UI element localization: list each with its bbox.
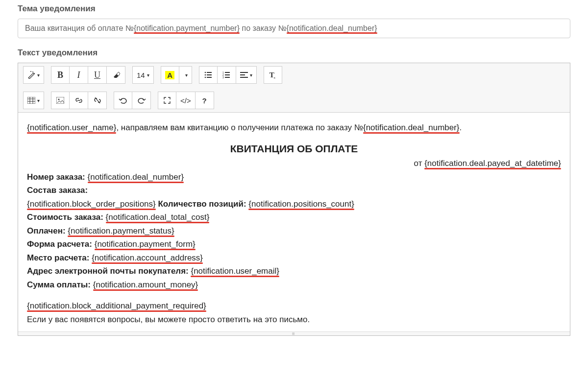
chevron-down-icon: ▾ [37, 98, 40, 103]
row-account-address: Место расчета: {notification.account_add… [27, 252, 561, 264]
redo-icon [137, 97, 146, 104]
var-amount-money: {notification.amount_money} [93, 280, 198, 289]
row-additional-payment: {notification.block_additional_payment_r… [27, 300, 561, 312]
ul-button[interactable] [199, 66, 218, 84]
resize-handle[interactable]: ≡ [18, 331, 570, 335]
table-icon [27, 97, 35, 104]
subscript-x-icon: ₓ [273, 74, 275, 80]
help-icon: ? [202, 96, 207, 105]
svg-point-0 [204, 72, 206, 73]
label-amount: Сумма оплаты: [27, 280, 91, 289]
fontsize-value: 14 [137, 71, 145, 79]
subject-input[interactable]: Ваша квитанция об оплате №{notification.… [18, 19, 570, 38]
bold-button[interactable]: B [51, 66, 70, 84]
receipt-title: КВИТАНЦИЯ ОБ ОПЛАТЕ [27, 141, 561, 157]
undo-button[interactable] [114, 92, 132, 109]
align-icon [240, 71, 248, 78]
row-order-contents: Состав заказа: [27, 184, 561, 197]
fullscreen-button[interactable] [158, 92, 176, 109]
svg-line-22 [95, 97, 100, 103]
label-payment-form: Форма расчета: [27, 239, 92, 249]
eraser-button[interactable] [107, 66, 125, 84]
label-positions-count: Количество позиций: [158, 199, 246, 209]
row-user-email: Адрес электронной почты покупателя: {not… [27, 265, 561, 278]
svg-rect-7 [225, 72, 230, 73]
row-positions: {notification.block_order_positions} Кол… [27, 198, 561, 211]
label-payment-status: Оплачен: [27, 226, 66, 236]
toolbar: ▾ B I U 14▾ A ▾ [18, 63, 570, 113]
subject-text-pre: Ваша квитанция об оплате № [25, 24, 134, 32]
label-account-address: Место расчета: [27, 253, 89, 262]
editor: ▾ B I U 14▾ A ▾ [18, 63, 570, 336]
date-pre: от [414, 159, 425, 168]
label-user-email: Адрес электронной почты покупателя: [27, 266, 189, 276]
svg-point-4 [204, 77, 206, 78]
label-order-contents: Состав заказа: [27, 186, 88, 195]
fontsize-button[interactable]: 14▾ [132, 66, 154, 84]
fontcolor-button[interactable]: A [161, 66, 179, 84]
help-button[interactable]: ? [196, 92, 214, 109]
code-icon: </> [180, 96, 191, 105]
var-deal-number: {notification.deal_number} [363, 123, 460, 132]
label-total-cost: Стоимость заказа: [27, 212, 103, 222]
greeting-text: , направляем вам квитанцию о получении п… [116, 123, 363, 132]
svg-point-21 [58, 99, 60, 100]
subject-var-deal-number: {notification.deal_number} [287, 24, 377, 32]
link-button[interactable] [70, 92, 88, 109]
chevron-down-icon: ▾ [185, 72, 188, 78]
row-amount: Сумма оплаты: {notification.amount_money… [27, 279, 561, 291]
undo-icon [119, 97, 127, 104]
body-label: Текст уведомления [18, 48, 570, 58]
clear-format-button[interactable]: Tₓ [264, 66, 282, 84]
row-payment-status: Оплачен: {notification.payment_status} [27, 225, 561, 237]
magic-wand-icon [27, 71, 35, 79]
image-button[interactable] [51, 92, 70, 109]
greeting-line: {notification.user_name}, направляем вам… [27, 121, 561, 134]
chevron-down-icon: ▾ [147, 72, 149, 78]
var-payment-form: {notification.payment_form} [95, 239, 196, 249]
fontcolor-more-button[interactable]: ▾ [179, 66, 192, 84]
var-additional-payment: {notification.block_additional_payment_r… [27, 301, 206, 310]
ol-button[interactable]: 123 [218, 66, 236, 84]
italic-button[interactable]: I [70, 66, 88, 84]
var-positions-count: {notification.positions_count} [248, 199, 354, 209]
row-total-cost: Стоимость заказа: {notification.deal_tot… [27, 211, 561, 224]
subject-text-mid: по заказу № [240, 24, 287, 32]
subject-var-payment-number: {notification.payment_number} [134, 24, 240, 32]
svg-rect-14 [240, 77, 248, 78]
var-user-email: {notification.user_email} [191, 266, 279, 276]
var-payed-at: {notification.deal.payed_at_datetime} [424, 159, 561, 168]
unlink-icon [94, 97, 101, 104]
codeview-button[interactable]: </> [176, 92, 196, 109]
image-icon [56, 97, 64, 104]
underline-button[interactable]: U [88, 66, 107, 84]
eraser-icon [112, 71, 120, 78]
table-button[interactable]: ▾ [23, 92, 44, 109]
unlink-button[interactable] [88, 92, 107, 109]
list-ul-icon [204, 71, 212, 78]
fontcolor-icon: A [165, 71, 174, 79]
svg-rect-1 [207, 72, 212, 73]
row-order-number: Номер заказа: {notification.deal_number} [27, 171, 561, 184]
footer-line: Если у вас появятся вопросы, вы можете п… [27, 313, 561, 326]
magic-button[interactable]: ▾ [23, 66, 44, 84]
var-account-address: {notification.account_address} [92, 253, 203, 262]
var-block-order-positions: {notification.block_order_positions} [27, 199, 156, 209]
var-user-name: {notification.user_name} [27, 123, 116, 132]
svg-rect-5 [207, 77, 212, 78]
svg-rect-11 [225, 77, 230, 78]
paragraph-button[interactable]: ▾ [236, 66, 257, 84]
svg-rect-12 [240, 72, 248, 73]
redo-button[interactable] [132, 92, 151, 109]
list-ol-icon: 123 [222, 71, 230, 78]
row-payment-form: Форма расчета: {notification.payment_for… [27, 238, 561, 251]
svg-rect-9 [225, 74, 230, 75]
var-total-cost: {notification.deal_total_cost} [106, 212, 210, 222]
label-order-number: Номер заказа: [27, 172, 85, 182]
editor-content[interactable]: {notification.user_name}, направляем вам… [18, 113, 570, 331]
var-payment-status: {notification.payment_status} [68, 226, 174, 236]
link-icon [75, 97, 83, 104]
svg-rect-15 [27, 97, 35, 104]
date-line: от {notification.deal.payed_at_datetime} [27, 157, 561, 170]
svg-point-2 [204, 74, 206, 76]
